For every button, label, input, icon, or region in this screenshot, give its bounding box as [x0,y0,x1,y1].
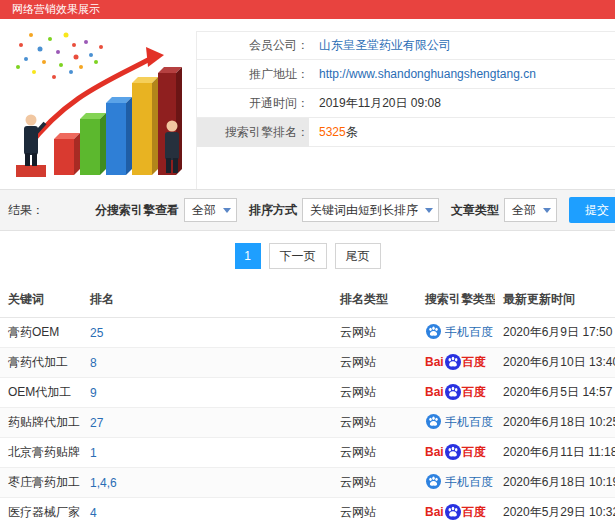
table-row: 膏药OEM25云网站手机百度2020年6月9日 17:50 [0,318,615,348]
bar-chart-illustration [6,27,191,177]
rank-cell[interactable]: 1,4,6 [82,468,332,498]
table-row: OEM代加工9云网站Bai百度2020年6月5日 14:57 [0,378,615,408]
table-row: 北京膏药贴牌1云网站Bai百度2020年6月11日 11:18 [0,438,615,468]
filter-group: 分搜索引擎查看 全部 排序方式 关键词由短到长排序 文章类型 全部 提交 [83,197,615,223]
mobile-baidu-label: 手机百度 [445,475,493,489]
keyword-cell: 药贴牌代加工 [0,408,82,438]
updated-cell: 2020年6月5日 14:57 [495,378,615,408]
updated-cell: 2020年5月29日 10:32 [495,498,615,520]
baidu-paw-icon [445,444,461,460]
open-time-row: 开通时间： 2019年11月20日 09:08 [197,89,615,118]
header-updated: 最新更新时间 [495,282,615,318]
rank-type-cell: 云网站 [332,348,417,378]
keyword-cell: 北京膏药贴牌 [0,438,82,468]
rank-count-value: 5325 [319,125,346,139]
baidu-logo-text: 百度 [462,445,486,459]
baidu-paw-icon [426,414,441,429]
chevron-down-icon [223,208,231,213]
open-time-value: 2019年11月20日 09:08 [319,95,441,112]
rank-type-cell: 云网站 [332,438,417,468]
next-page-button[interactable]: 下一页 [269,243,327,269]
baidu-logo-bai: Bai [425,355,444,369]
engine-filter-select[interactable]: 全部 [184,198,237,222]
baidu-logo-bai: Bai [425,505,444,519]
article-type-value: 全部 [512,202,536,219]
baidu-paw-icon [445,354,461,370]
keyword-cell: 医疗器械厂家 [0,498,82,520]
baidu-logo-text: 百度 [462,355,486,369]
article-type-select[interactable]: 全部 [504,198,557,222]
engine-cell: 手机百度 [417,468,495,498]
article-type-label: 文章类型 [451,202,499,219]
rank-type-cell: 云网站 [332,408,417,438]
rank-count: 5325条 [319,124,358,141]
promo-url-link[interactable]: http://www.shandonghuangshengtang.cn [319,67,536,81]
result-label: 结果： [8,202,44,219]
mobile-baidu-label: 手机百度 [445,325,493,339]
rank-count-unit: 条 [346,125,358,139]
keyword-cell: 膏药代加工 [0,348,82,378]
promo-url-label: 推广地址： [197,60,309,89]
baidu-logo-text: 百度 [462,385,486,399]
table-header-row: 关键词 排名 排名类型 搜索引擎类型 最新更新时间 [0,282,615,318]
baidu-paw-icon [445,384,461,400]
rank-count-label: 搜索引擎排名： [197,118,309,147]
rank-type-cell: 云网站 [332,498,417,520]
last-page-button[interactable]: 尾页 [335,243,381,269]
open-time-label: 开通时间： [197,89,309,118]
chevron-down-icon [425,208,433,213]
rank-cell[interactable]: 1 [82,438,332,468]
baidu-logo-bai: Bai [425,385,444,399]
submit-button[interactable]: 提交 [569,197,615,223]
baidu-paw-icon [426,474,441,489]
keyword-cell: 膏药OEM [0,318,82,348]
header-engine-type: 搜索引擎类型 [417,282,495,318]
rank-type-cell: 云网站 [332,378,417,408]
sort-filter-label: 排序方式 [249,202,297,219]
keyword-cell: 枣庄膏药加工 [0,468,82,498]
3d-bars [54,67,182,175]
rank-cell[interactable]: 8 [82,348,332,378]
member-company-link[interactable]: 山东皇圣堂药业有限公司 [319,37,451,54]
marketing-illustration [6,27,196,189]
baidu-logo-bai: Bai [425,445,444,459]
rank-cell[interactable]: 9 [82,378,332,408]
engine-filter-label: 分搜索引擎查看 [95,202,179,219]
header-rank-type: 排名类型 [332,282,417,318]
engine-filter-value: 全部 [192,202,216,219]
engine-cell: Bai百度 [417,498,495,520]
table-row: 医疗器械厂家4云网站Bai百度2020年5月29日 10:32 [0,498,615,520]
member-company-row: 会员公司： 山东皇圣堂药业有限公司 [197,31,615,60]
member-company-label: 会员公司： [197,31,309,60]
updated-cell: 2020年6月18日 10:25 [495,408,615,438]
filter-bar: 结果： 分搜索引擎查看 全部 排序方式 关键词由短到长排序 文章类型 全部 提交 [0,189,615,231]
updated-cell: 2020年6月10日 13:40 [495,348,615,378]
table-row: 膏药代加工8云网站Bai百度2020年6月10日 13:40 [0,348,615,378]
chevron-down-icon [543,208,551,213]
updated-cell: 2020年6月18日 10:19 [495,468,615,498]
updated-cell: 2020年6月9日 17:50 [495,318,615,348]
updated-cell: 2020年6月11日 11:18 [495,438,615,468]
sort-filter-select[interactable]: 关键词由短到长排序 [302,198,439,222]
rank-cell[interactable]: 25 [82,318,332,348]
promo-url-row: 推广地址： http://www.shandonghuangshengtang.… [197,60,615,89]
rank-type-cell: 云网站 [332,468,417,498]
rank-cell[interactable]: 27 [82,408,332,438]
header-rank: 排名 [82,282,332,318]
page-current[interactable]: 1 [235,243,261,269]
keyword-cell: OEM代加工 [0,378,82,408]
page-title: 网络营销效果展示 [12,3,100,15]
table-row: 枣庄膏药加工1,4,6云网站手机百度2020年6月18日 10:19 [0,468,615,498]
businessman-left [16,115,46,178]
page-header: 网络营销效果展示 [0,0,615,19]
table-row: 药贴牌代加工27云网站手机百度2020年6月18日 10:25 [0,408,615,438]
rank-cell[interactable]: 4 [82,498,332,520]
mobile-baidu-label: 手机百度 [445,415,493,429]
sort-filter-value: 关键词由短到长排序 [310,202,418,219]
pagination: 1 下一页 尾页 [0,231,615,282]
engine-cell: Bai百度 [417,438,495,468]
baidu-logo-text: 百度 [462,505,486,519]
rank-type-cell: 云网站 [332,318,417,348]
engine-cell: 手机百度 [417,318,495,348]
header-keyword: 关键词 [0,282,82,318]
